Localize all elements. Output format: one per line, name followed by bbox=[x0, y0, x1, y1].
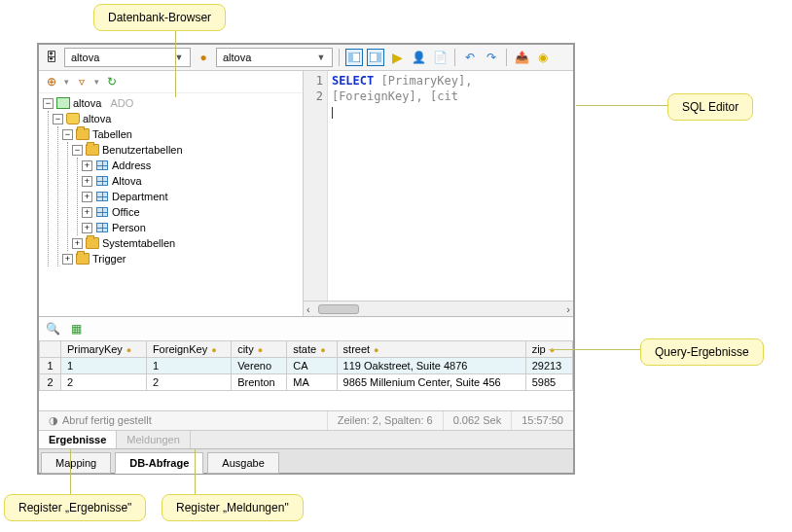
table-icon bbox=[96, 223, 108, 232]
col-header: ForeignKey● bbox=[146, 341, 231, 358]
results-grid[interactable]: PrimaryKey● ForeignKey● city● state● str… bbox=[39, 340, 573, 391]
col-header: state● bbox=[287, 341, 337, 358]
callout-query-results: Query-Ergebnisse bbox=[640, 338, 764, 366]
tree-folder-trigger[interactable]: + Trigger bbox=[62, 251, 299, 266]
tree-folder-user-tables[interactable]: − Benutzertabellen bbox=[72, 142, 299, 158]
status-bar: ◑Abruf fertig gestellt Zeilen: 2, Spalte… bbox=[39, 410, 573, 430]
redo-icon[interactable]: ↷ bbox=[483, 49, 500, 66]
folder-icon bbox=[76, 128, 90, 140]
table-row[interactable]: 1 1 1 Vereno CA 119 Oakstreet, Suite 487… bbox=[40, 358, 573, 374]
schema-dropdown[interactable]: altova ▼ bbox=[216, 48, 333, 67]
svg-rect-3 bbox=[377, 53, 381, 62]
expand-icon[interactable]: + bbox=[82, 160, 92, 171]
tree-table[interactable]: +Address bbox=[82, 158, 299, 173]
svg-rect-1 bbox=[348, 53, 353, 62]
settings-icon[interactable]: ◉ bbox=[534, 49, 552, 66]
tab-mapping[interactable]: Mapping bbox=[41, 452, 111, 474]
scroll-right-icon[interactable]: › bbox=[566, 303, 570, 315]
table-icon bbox=[96, 192, 108, 201]
expand-icon[interactable]: + bbox=[72, 238, 83, 249]
database-icon: 🗄 bbox=[43, 49, 60, 66]
table-row[interactable]: 2 2 2 Brenton MA 9865 Millenium Center, … bbox=[40, 374, 573, 391]
refresh-icon[interactable]: ↻ bbox=[103, 73, 121, 90]
results-pane: 🔍 ▦ PrimaryKey● ForeignKey● city● state●… bbox=[39, 316, 573, 448]
expand-icon[interactable]: + bbox=[82, 176, 92, 187]
tree-folder-tables[interactable]: − Tabellen bbox=[62, 126, 299, 142]
line-gutter: 1 2 bbox=[304, 71, 328, 301]
add-icon[interactable]: ⊕ bbox=[43, 73, 60, 90]
expand-icon[interactable]: + bbox=[62, 254, 73, 265]
tab-db-query[interactable]: DB-Abfrage bbox=[115, 452, 203, 474]
table-icon bbox=[96, 207, 108, 217]
collapse-icon[interactable]: − bbox=[62, 129, 73, 140]
col-header: city● bbox=[232, 341, 287, 358]
callout-tab-messages: Register „Meldungen" bbox=[162, 494, 304, 521]
expand-icon[interactable]: + bbox=[82, 207, 92, 218]
copy-grid-icon[interactable]: ▦ bbox=[67, 320, 85, 337]
chevron-down-icon: ▼ bbox=[314, 53, 328, 62]
top-toolbar: 🗄 altova ▼ ● altova ▼ ▶ 👤 📄 ↶ ↷ 📤 ◉ bbox=[39, 45, 573, 71]
collapse-icon[interactable]: − bbox=[72, 145, 83, 156]
sql-editor: 1 2 SELECT [PrimaryKey], [ForeignKey], [… bbox=[304, 71, 573, 316]
filter-icon[interactable]: ▿ bbox=[73, 73, 90, 90]
tree-table[interactable]: +Person bbox=[82, 220, 299, 235]
col-header: PrimaryKey● bbox=[61, 341, 147, 358]
run-cursor-icon[interactable]: 📄 bbox=[431, 49, 449, 66]
browser-toolbar: ⊕ ▾ ▿ ▾ ↻ bbox=[39, 71, 303, 93]
tree-view[interactable]: − altova ADO − altova − Tabellen bbox=[39, 93, 303, 268]
find-icon[interactable]: 🔍 bbox=[44, 320, 61, 337]
scroll-left-icon[interactable]: ‹ bbox=[306, 303, 310, 315]
database-browser: ⊕ ▾ ▿ ▾ ↻ − altova ADO − altova bbox=[39, 71, 304, 316]
app-window: 🗄 altova ▼ ● altova ▼ ▶ 👤 📄 ↶ ↷ 📤 ◉ ⊕ ▾ … bbox=[37, 43, 575, 475]
connection-dropdown[interactable]: altova ▼ bbox=[64, 48, 191, 67]
collapse-icon[interactable]: − bbox=[43, 98, 54, 109]
folder-icon bbox=[86, 144, 99, 156]
expand-icon[interactable]: + bbox=[82, 192, 92, 202]
undo-icon[interactable]: ↶ bbox=[461, 49, 479, 66]
callout-db-browser: Datenbank-Browser bbox=[93, 4, 226, 31]
collapse-icon[interactable]: − bbox=[53, 114, 63, 124]
table-icon bbox=[96, 176, 108, 186]
database-icon bbox=[66, 113, 80, 124]
export-icon[interactable]: 📤 bbox=[513, 49, 530, 66]
outer-tabs: Mapping DB-Abfrage Ausgabe bbox=[39, 448, 573, 473]
folder-icon bbox=[76, 253, 90, 265]
tree-folder-sys-tables[interactable]: + Systemtabellen bbox=[72, 235, 299, 251]
callout-tab-results: Register „Ergebnisse" bbox=[4, 494, 146, 521]
tree-table[interactable]: +Altova bbox=[82, 173, 299, 189]
layout-right-icon[interactable] bbox=[367, 49, 384, 66]
layout-left-icon[interactable] bbox=[345, 49, 363, 66]
col-header: street● bbox=[337, 341, 525, 358]
tab-messages[interactable]: Meldungen bbox=[117, 431, 190, 448]
run-icon[interactable]: ▶ bbox=[388, 49, 406, 66]
tree-table[interactable]: +Office bbox=[82, 204, 299, 220]
sql-editor-text[interactable]: 1 2 SELECT [PrimaryKey], [ForeignKey], [… bbox=[304, 71, 573, 301]
callout-sql-editor: SQL Editor bbox=[667, 93, 753, 121]
tree-table[interactable]: +Department bbox=[82, 189, 299, 204]
datasource-icon bbox=[56, 97, 70, 109]
inner-tabs: Ergebnisse Meldungen bbox=[39, 430, 573, 448]
horizontal-scrollbar[interactable]: ‹ › bbox=[304, 301, 573, 316]
tab-results[interactable]: Ergebnisse bbox=[39, 431, 117, 448]
expand-icon[interactable]: + bbox=[82, 223, 92, 233]
tree-database[interactable]: − altova bbox=[53, 111, 299, 126]
tree-root[interactable]: − altova ADO bbox=[43, 95, 299, 111]
text-cursor bbox=[332, 107, 333, 119]
tab-output[interactable]: Ausgabe bbox=[207, 452, 278, 474]
table-icon bbox=[96, 160, 108, 170]
run-user-icon[interactable]: 👤 bbox=[410, 49, 427, 66]
folder-icon bbox=[86, 237, 99, 249]
dot-icon: ● bbox=[195, 49, 212, 66]
